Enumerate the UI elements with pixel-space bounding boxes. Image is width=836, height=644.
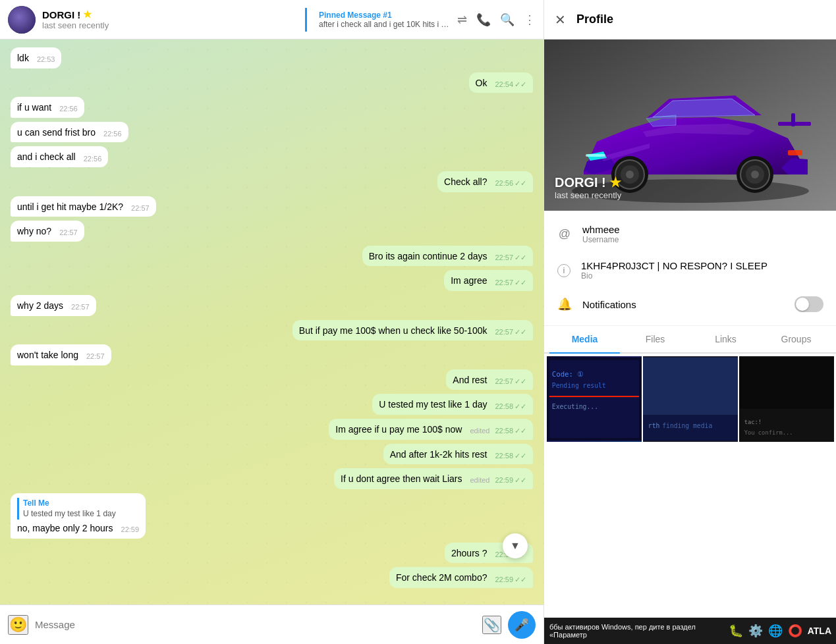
phone-icon[interactable]: 📞 xyxy=(476,13,491,27)
table-row: And rest 22:57✓✓ xyxy=(11,369,533,390)
star-icon: ★ xyxy=(83,9,92,20)
profile-title: Profile xyxy=(576,13,613,26)
bio-content: 1KHF4PR0J3CT | NO RESPON? I SLEEP Bio xyxy=(581,260,823,281)
taskbar-icon-1[interactable]: 🐛 xyxy=(729,624,743,638)
svg-rect-28 xyxy=(739,358,834,409)
message-bubble: Check all? 22:56✓✓ xyxy=(437,171,533,192)
bio-value: 1KHF4PR0J3CT | NO RESPON? I SLEEP xyxy=(581,260,823,271)
chat-body: ldk 22:53 Ok 22:54✓✓ if u want 22:56 xyxy=(0,40,543,604)
table-row: why no? 22:57 xyxy=(11,221,533,242)
svg-text:Pending result: Pending result xyxy=(552,382,606,389)
notifications-toggle[interactable] xyxy=(794,296,823,312)
profile-cover-status: last seen recently xyxy=(555,190,621,200)
table-row: u can send frist bro 22:56 xyxy=(11,122,533,143)
username-content: whmeee Username xyxy=(582,224,823,244)
svg-point-11 xyxy=(751,171,759,178)
media-thumb[interactable]: Code: ① Pending result Executing... xyxy=(547,356,642,442)
tab-links[interactable]: Links xyxy=(690,326,761,354)
toggle-knob xyxy=(796,298,809,311)
taskbar-icon-3[interactable]: 🌐 xyxy=(768,624,783,638)
message-bubble: why 2 days 22:57 xyxy=(11,295,96,316)
header-icons: ⇌ 📞 🔍 ⋮ xyxy=(457,13,536,27)
table-row: Tell Me U tested my test like 1 day no, … xyxy=(11,493,533,539)
message-bubble: Im agree if u pay me 100$ now edited22:5… xyxy=(329,419,533,440)
table-row: 2hours ? 22:59✓✓ xyxy=(11,543,533,564)
reply-preview: Tell Me U tested my test like 1 day xyxy=(17,498,139,520)
media-thumb[interactable]: rth finding media xyxy=(643,356,738,442)
profile-cover-name: DORGI ! ★ xyxy=(555,174,621,190)
emoji-button[interactable]: 🙂 xyxy=(8,615,28,635)
message-bubble: Ok 22:54✓✓ xyxy=(469,72,533,94)
message-bubble: But if pay me 100$ when u check like 50-… xyxy=(293,320,533,341)
profile-cover-info: DORGI ! ★ last seen recently xyxy=(555,174,621,200)
table-row: And after 1k-2k hits rest 22:58✓✓ xyxy=(11,444,533,465)
message-bubble: U tested my test like 1 day 22:58✓✓ xyxy=(372,394,533,415)
profile-info-list: @ whmeee Username i 1KHF4PR0J3CT | NO RE… xyxy=(544,211,836,326)
svg-text:tac:!: tac:! xyxy=(744,419,762,425)
scroll-down-button[interactable]: ▼ xyxy=(503,533,528,558)
taskbar-icon-4[interactable]: ⭕ xyxy=(788,624,802,638)
message-bubble: Bro its again continue 2 days 22:57✓✓ xyxy=(362,246,533,267)
profile-panel: ✕ Profile xyxy=(543,0,836,644)
table-row: if u want 22:56 xyxy=(11,97,533,118)
brand-text: ATLA xyxy=(808,626,831,636)
notifications-row: 🔔 Notifications xyxy=(544,288,836,320)
table-row: If u dont agree then wait Liars edited22… xyxy=(11,468,533,489)
taskbar-icon-2[interactable]: ⚙️ xyxy=(748,624,763,638)
svg-text:You confirm...: You confirm... xyxy=(744,429,793,436)
media-thumb[interactable]: tac:! You confirm... xyxy=(739,356,834,442)
svg-text:rth: rth xyxy=(648,422,660,429)
at-icon: @ xyxy=(557,227,572,242)
message-bubble: until i get hit maybe 1/2K? 22:57 xyxy=(11,196,156,217)
more-icon[interactable]: ⋮ xyxy=(524,13,536,27)
chat-input-bar: 🙂 📎 🎤 xyxy=(0,604,543,644)
username-label: Username xyxy=(582,235,823,244)
voice-button[interactable]: 🎤 xyxy=(508,611,536,639)
pinned-text: after i check all and i get 10K hits i r… xyxy=(319,20,451,29)
tab-files[interactable]: Files xyxy=(620,326,690,354)
table-row: Check all? 22:56✓✓ xyxy=(11,171,533,192)
taskbar: ббы активиров Windows, пер дите в раздел… xyxy=(544,618,836,644)
table-row: and i check all 22:56 xyxy=(11,146,533,167)
table-row: U tested my test like 1 day 22:58✓✓ xyxy=(11,394,533,415)
avatar[interactable] xyxy=(8,6,36,34)
table-row: won't take long 22:57 xyxy=(11,344,533,365)
contact-status: last seen recently xyxy=(42,20,293,30)
close-button[interactable]: ✕ xyxy=(555,12,566,28)
message-bubble: If u dont agree then wait Liars edited22… xyxy=(334,468,533,489)
notifications-label: Notifications xyxy=(582,299,784,310)
svg-rect-3 xyxy=(788,150,802,155)
message-input[interactable] xyxy=(35,619,476,630)
svg-text:Code: ①: Code: ① xyxy=(552,370,584,379)
attach-button[interactable]: 📎 xyxy=(482,616,501,634)
message-bubble: won't take long 22:57 xyxy=(11,344,111,365)
table-row: Im agree if u pay me 100$ now edited22:5… xyxy=(11,419,533,440)
message-bubble: For check 2M combo? 22:59✓✓ xyxy=(389,567,533,588)
tab-groups[interactable]: Groups xyxy=(761,326,831,354)
bell-icon: 🔔 xyxy=(557,297,572,311)
pinned-divider xyxy=(305,8,307,32)
username-item: @ whmeee Username xyxy=(544,216,836,252)
svg-rect-20 xyxy=(549,396,639,397)
filter-icon[interactable]: ⇌ xyxy=(457,13,467,27)
header-info: DORGI ! ★ last seen recently xyxy=(42,9,293,30)
pinned-label: Pinned Message #1 xyxy=(319,11,451,20)
table-row: For check 2M combo? 22:59✓✓ xyxy=(11,567,533,588)
table-row: Ok 22:54✓✓ xyxy=(11,72,533,94)
pinned-message[interactable]: Pinned Message #1 after i check all and … xyxy=(319,11,451,29)
svg-text:Executing...: Executing... xyxy=(552,403,598,410)
message-bubble: u can send frist bro 22:56 xyxy=(11,122,128,143)
bio-item: i 1KHF4PR0J3CT | NO RESPON? I SLEEP Bio xyxy=(544,252,836,288)
tab-media[interactable]: Media xyxy=(549,326,620,354)
svg-text:finding media: finding media xyxy=(662,422,712,429)
table-row: ldk 22:53 xyxy=(11,47,533,68)
profile-header: ✕ Profile xyxy=(544,0,836,40)
message-bubble: why no? 22:57 xyxy=(11,221,84,242)
chat-header: DORGI ! ★ last seen recently Pinned Mess… xyxy=(0,0,543,40)
table-row: why 2 days 22:57 xyxy=(11,295,533,316)
chat-panel: DORGI ! ★ last seen recently Pinned Mess… xyxy=(0,0,543,644)
search-icon[interactable]: 🔍 xyxy=(500,13,515,27)
table-row: until i get hit maybe 1/2K? 22:57 xyxy=(11,196,533,217)
contact-name: DORGI ! ★ xyxy=(42,9,293,20)
table-row: But if pay me 100$ when u check like 50-… xyxy=(11,320,533,341)
